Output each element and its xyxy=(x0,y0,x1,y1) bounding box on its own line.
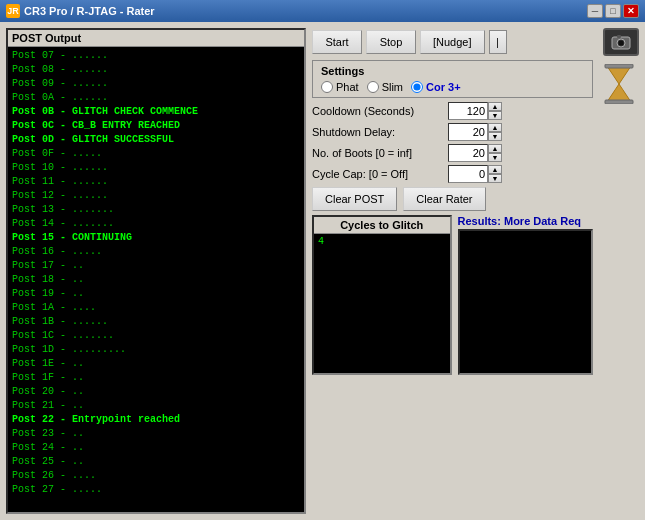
svg-rect-6 xyxy=(605,64,633,68)
cycles-panel: Cycles to Glitch 4 xyxy=(312,215,452,375)
field-shutdown-input-group: ▲ ▼ xyxy=(448,123,502,141)
title-bar-controls: ─ □ ✕ xyxy=(587,4,639,18)
stop-button[interactable]: Stop xyxy=(366,30,416,54)
shutdown-up[interactable]: ▲ xyxy=(488,123,502,132)
post-line: Post 10 - ...... xyxy=(12,161,300,175)
close-button[interactable]: ✕ xyxy=(623,4,639,18)
radio-phat-label: Phat xyxy=(336,81,359,93)
bottom-split: Cycles to Glitch 4 Results: More Data Re… xyxy=(312,215,593,375)
action-buttons: Clear POST Clear Rater xyxy=(312,187,593,211)
post-line: Post 18 - .. xyxy=(12,273,300,287)
post-line: Post 0D - GLITCH SUCCESSFUL xyxy=(12,133,300,147)
radio-cor3-input[interactable] xyxy=(411,81,423,93)
minimize-button[interactable]: ─ xyxy=(587,4,603,18)
cyclecap-down[interactable]: ▼ xyxy=(488,174,502,183)
post-line: Post 0C - CB_B ENTRY REACHED xyxy=(12,119,300,133)
hourglass-area xyxy=(599,60,639,106)
cyclecap-input[interactable] xyxy=(448,165,488,183)
post-line: Post 21 - .. xyxy=(12,399,300,413)
post-line: Post 13 - ....... xyxy=(12,203,300,217)
field-cooldown-input-group: ▲ ▼ xyxy=(448,102,502,120)
cooldown-down[interactable]: ▼ xyxy=(488,111,502,120)
post-line: Post 26 - .... xyxy=(12,469,300,483)
post-panel: POST Output Post 07 - ......Post 08 - ..… xyxy=(6,28,306,514)
post-line: Post 0F - ..... xyxy=(12,147,300,161)
cyclecap-up[interactable]: ▲ xyxy=(488,165,502,174)
camera-icon xyxy=(611,34,631,50)
post-output[interactable]: Post 07 - ......Post 08 - ......Post 09 … xyxy=(8,47,304,512)
field-shutdown-label: Shutdown Delay: xyxy=(312,126,442,138)
maximize-button[interactable]: □ xyxy=(605,4,621,18)
field-cooldown-label: Cooldown (Seconds) xyxy=(312,105,442,117)
shutdown-down[interactable]: ▼ xyxy=(488,132,502,141)
cooldown-up[interactable]: ▲ xyxy=(488,102,502,111)
extra-button[interactable]: | xyxy=(489,30,507,54)
post-line: Post 27 - ..... xyxy=(12,483,300,497)
cycles-label: Cycles to Glitch xyxy=(314,217,450,234)
cycles-value: 4 xyxy=(318,236,324,247)
app-icon: JR xyxy=(6,4,20,18)
results-prefix: Results: xyxy=(458,215,504,227)
cooldown-spin: ▲ ▼ xyxy=(488,102,502,120)
settings-fields: Cooldown (Seconds) ▲ ▼ Shutdown Delay: xyxy=(312,102,593,183)
post-line: Post 09 - ...... xyxy=(12,77,300,91)
camera-button[interactable] xyxy=(603,28,639,56)
svg-marker-4 xyxy=(607,66,631,84)
top-area: POST Output Post 07 - ......Post 08 - ..… xyxy=(6,28,639,514)
right-panel: Start Stop [Nudge] | xyxy=(312,28,639,514)
settings-label: Settings xyxy=(321,65,584,77)
post-panel-label: POST Output xyxy=(8,30,304,47)
post-line: Post 23 - .. xyxy=(12,427,300,441)
title-bar: JR CR3 Pro / R-JTAG - Rater ─ □ ✕ xyxy=(0,0,645,22)
results-content[interactable] xyxy=(458,229,594,375)
svg-rect-7 xyxy=(605,100,633,104)
top-controls: Start Stop [Nudge] | xyxy=(312,28,639,56)
results-label: Results: More Data Req xyxy=(458,215,594,227)
radio-slim[interactable]: Slim xyxy=(367,81,403,93)
post-line: Post 20 - .. xyxy=(12,385,300,399)
radio-slim-label: Slim xyxy=(382,81,403,93)
cycles-content[interactable]: 4 xyxy=(314,234,450,373)
svg-point-8 xyxy=(615,88,623,96)
svg-rect-3 xyxy=(617,35,621,38)
radio-phat[interactable]: Phat xyxy=(321,81,359,93)
post-line: Post 14 - ....... xyxy=(12,217,300,231)
post-line: Post 12 - ...... xyxy=(12,189,300,203)
radio-slim-input[interactable] xyxy=(367,81,379,93)
clear-rater-button[interactable]: Clear Rater xyxy=(403,187,485,211)
post-line: Post 07 - ...... xyxy=(12,49,300,63)
post-line: Post 25 - .. xyxy=(12,455,300,469)
shutdown-input[interactable] xyxy=(448,123,488,141)
results-panel: Results: More Data Req xyxy=(458,215,594,375)
radio-row: Phat Slim Cor 3+ xyxy=(321,81,584,93)
post-line: Post 24 - .. xyxy=(12,441,300,455)
boots-spin: ▲ ▼ xyxy=(488,144,502,162)
boots-up[interactable]: ▲ xyxy=(488,144,502,153)
settings-container: Settings Phat Slim xyxy=(312,60,593,375)
field-cooldown: Cooldown (Seconds) ▲ ▼ xyxy=(312,102,593,120)
post-line: Post 0A - ...... xyxy=(12,91,300,105)
post-line: Post 22 - Entrypoint reached xyxy=(12,413,300,427)
post-line: Post 08 - ...... xyxy=(12,63,300,77)
field-cyclecap: Cycle Cap: [0 = Off] ▲ ▼ xyxy=(312,165,593,183)
boots-down[interactable]: ▼ xyxy=(488,153,502,162)
shutdown-spin: ▲ ▼ xyxy=(488,123,502,141)
hourglass-icon xyxy=(603,64,635,104)
nudge-button[interactable]: [Nudge] xyxy=(420,30,485,54)
radio-phat-input[interactable] xyxy=(321,81,333,93)
svg-point-2 xyxy=(619,41,624,46)
post-line: Post 1B - ...... xyxy=(12,315,300,329)
cooldown-input[interactable] xyxy=(448,102,488,120)
post-line: Post 16 - ..... xyxy=(12,245,300,259)
results-value: More Data Req xyxy=(504,215,581,227)
clear-post-button[interactable]: Clear POST xyxy=(312,187,397,211)
field-shutdown: Shutdown Delay: ▲ ▼ xyxy=(312,123,593,141)
post-line: Post 19 - .. xyxy=(12,287,300,301)
radio-cor3[interactable]: Cor 3+ xyxy=(411,81,461,93)
post-line: Post 0B - GLITCH CHECK COMMENCE xyxy=(12,105,300,119)
title-bar-title: CR3 Pro / R-JTAG - Rater xyxy=(24,5,587,17)
post-line: Post 1E - .. xyxy=(12,357,300,371)
start-button[interactable]: Start xyxy=(312,30,362,54)
boots-input[interactable] xyxy=(448,144,488,162)
field-boots: No. of Boots [0 = inf] ▲ ▼ xyxy=(312,144,593,162)
